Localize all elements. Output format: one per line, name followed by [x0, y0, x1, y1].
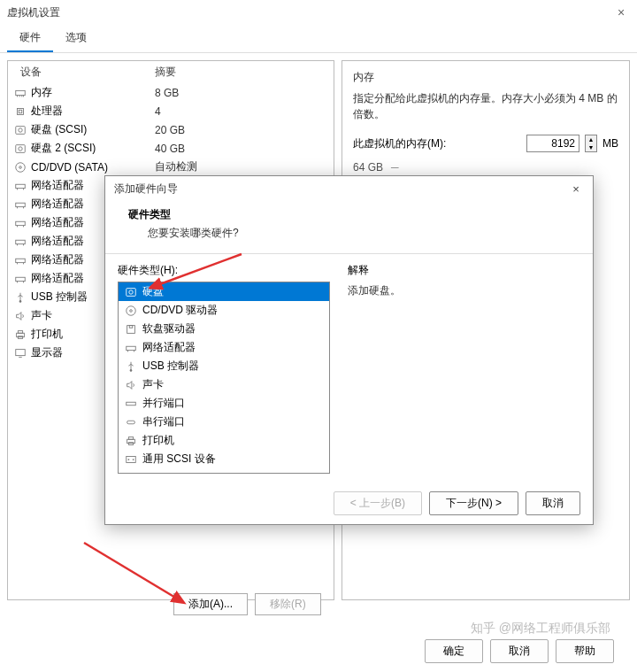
usb-icon [124, 360, 138, 373]
device-name: 硬盘 2 (SCSI) [31, 141, 96, 156]
cd-icon [124, 305, 138, 317]
svg-rect-7 [16, 126, 26, 134]
wizard-item-label: 网络适配器 [142, 340, 196, 355]
wizard-cancel-button[interactable]: 取消 [526, 491, 580, 515]
device-row[interactable]: 硬盘 (SCSI)20 GB [8, 120, 334, 139]
wizard-item[interactable]: USB 控制器 [119, 357, 329, 375]
watermark: 知乎 @网络工程师俱乐部 [471, 621, 610, 637]
wizard-explain-label: 解释 [348, 263, 580, 278]
device-name: 网络适配器 [31, 252, 84, 267]
spinner-up-icon[interactable]: ▲ [586, 135, 596, 143]
svg-rect-28 [16, 277, 26, 281]
device-name: USB 控制器 [31, 290, 88, 305]
net-icon [124, 342, 138, 354]
titlebar: 虚拟机设置 × [0, 0, 637, 25]
add-button[interactable]: 添加(A)... [173, 593, 248, 615]
svg-rect-6 [19, 110, 22, 113]
wizard-item[interactable]: CD/DVD 驱动器 [119, 301, 329, 320]
wizard-list-label: 硬件类型(H): [118, 263, 330, 278]
device-name: 打印机 [31, 327, 63, 342]
net-icon [13, 273, 27, 285]
device-summary: 20 GB [155, 124, 328, 136]
svg-point-38 [129, 290, 133, 293]
wizard-item[interactable]: 通用 SCSI 设备 [119, 450, 329, 468]
cd-icon [13, 161, 27, 174]
wizard-subhead-question: 您要安装哪类硬件? [118, 226, 580, 241]
wizard-item[interactable]: 打印机 [119, 431, 329, 450]
device-name: 内存 [31, 85, 52, 100]
svg-rect-16 [16, 203, 26, 206]
net-icon [13, 236, 27, 248]
wizard-item-label: 硬盘 [142, 284, 164, 299]
svg-rect-33 [18, 330, 22, 333]
wizard-close-icon[interactable]: × [568, 182, 584, 196]
disk-icon [13, 124, 27, 136]
wizard-explain-text: 添加硬盘。 [348, 283, 580, 298]
wizard-item[interactable]: 网络适配器 [119, 338, 329, 357]
wizard-listbox[interactable]: 硬盘CD/DVD 驱动器软盘驱动器网络适配器USB 控制器声卡并行端口串行端口打… [118, 282, 330, 474]
device-summary: 40 GB [155, 143, 328, 155]
printer-icon [13, 328, 27, 341]
device-name: 网络适配器 [31, 215, 84, 230]
svg-point-12 [19, 166, 22, 168]
memory-icon [13, 87, 27, 99]
device-row[interactable]: CD/DVD (SATA)自动检测 [8, 158, 334, 176]
disk-icon [124, 286, 138, 298]
device-name: 网络适配器 [31, 234, 84, 249]
net-icon [13, 217, 27, 229]
slider-max-label: 64 GB [353, 161, 383, 174]
ok-button[interactable]: 确定 [425, 639, 483, 663]
window-title: 虚拟机设置 [7, 5, 612, 20]
device-name: 显示器 [31, 345, 63, 360]
sound-icon [124, 379, 138, 391]
spinner-down-icon[interactable]: ▼ [586, 143, 596, 151]
svg-point-46 [130, 369, 133, 372]
printer-icon [124, 435, 138, 447]
help-button[interactable]: 帮助 [556, 639, 614, 663]
svg-rect-13 [16, 184, 26, 188]
sound-icon [13, 310, 27, 322]
cancel-button[interactable]: 取消 [490, 639, 549, 663]
memory-unit: MB [602, 137, 618, 150]
close-icon[interactable]: × [612, 5, 630, 19]
wizard-item-label: CD/DVD 驱动器 [142, 303, 218, 318]
wizard-item-label: 声卡 [142, 377, 164, 392]
svg-point-31 [19, 300, 22, 303]
device-row[interactable]: 内存8 GB [8, 83, 334, 102]
tab-options[interactable]: 选项 [53, 25, 99, 52]
svg-rect-42 [129, 325, 133, 328]
floppy-icon [124, 323, 138, 336]
svg-rect-5 [18, 108, 24, 114]
wizard-item[interactable]: 声卡 [119, 375, 329, 394]
svg-rect-9 [16, 144, 26, 152]
device-row[interactable]: 处理器4 [8, 102, 334, 120]
wizard-next-button[interactable]: 下一步(N) > [429, 491, 518, 515]
memory-input[interactable] [526, 135, 579, 152]
net-icon [13, 180, 27, 192]
svg-rect-50 [128, 436, 133, 439]
svg-rect-19 [16, 221, 26, 225]
memory-spinner[interactable]: ▲ ▼ [585, 135, 597, 152]
svg-point-10 [19, 146, 22, 150]
tab-hardware[interactable]: 硬件 [7, 25, 53, 52]
wizard-back-button[interactable]: < 上一步(B) [334, 491, 422, 515]
scsi-icon [124, 453, 138, 466]
display-icon [13, 347, 27, 359]
svg-rect-52 [127, 456, 136, 462]
device-row[interactable]: 硬盘 2 (SCSI)40 GB [8, 139, 334, 158]
svg-rect-37 [127, 288, 136, 296]
svg-point-40 [130, 309, 133, 312]
wizard-item[interactable]: 软盘驱动器 [119, 320, 329, 338]
col-header-summary: 摘要 [150, 61, 334, 83]
svg-rect-0 [16, 90, 26, 95]
wizard-item[interactable]: 串行端口 [119, 413, 329, 431]
cpu-icon [13, 105, 27, 118]
svg-rect-35 [16, 349, 26, 355]
col-header-device: 设备 [8, 61, 150, 83]
svg-rect-48 [127, 421, 135, 424]
wizard-item[interactable]: 并行端口 [119, 394, 329, 413]
wizard-item[interactable]: 硬盘 [119, 282, 329, 301]
remove-button[interactable]: 移除(R) [255, 593, 321, 615]
device-summary: 4 [155, 105, 328, 118]
svg-rect-22 [16, 240, 26, 243]
